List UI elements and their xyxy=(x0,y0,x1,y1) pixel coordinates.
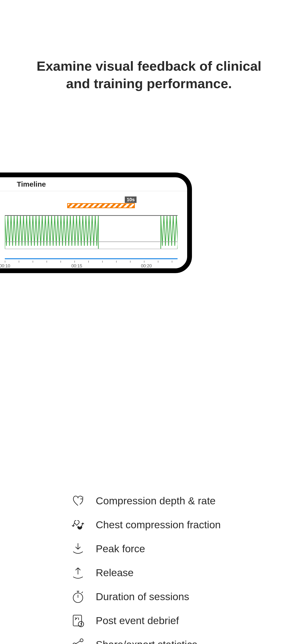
svg-rect-1 xyxy=(73,615,82,626)
tick xyxy=(172,261,172,262)
target-depth-upper-line xyxy=(5,215,178,216)
share-icon xyxy=(71,637,85,644)
tick xyxy=(19,261,19,262)
tick xyxy=(74,261,75,262)
feature-post-event-debrief: Post event debrief xyxy=(71,613,239,628)
baseline xyxy=(5,249,178,249)
session-duration-bar xyxy=(5,258,178,259)
arrow-up-curve-icon xyxy=(71,566,85,580)
waveform-svg xyxy=(5,215,178,250)
arrow-down-curve-icon xyxy=(71,542,85,556)
feature-chest-compression-fraction: Chest compression fraction xyxy=(71,518,239,532)
target-depth-lower-line xyxy=(5,242,178,242)
svg-point-3 xyxy=(73,643,76,644)
timeline-chart: 10s 00:10 00:15 00:20 xyxy=(0,191,187,266)
time-axis: 00:10 00:15 00:20 xyxy=(5,261,178,268)
feature-label: Release xyxy=(96,567,134,578)
pause-duration-badge: 10s xyxy=(125,196,136,203)
feature-list: Compression depth & rate Chest compressi… xyxy=(71,494,239,644)
feature-label: Chest compression fraction xyxy=(96,519,221,531)
stopwatch-icon xyxy=(71,590,85,604)
compression-waveform xyxy=(5,215,178,249)
feature-label: Post event debrief xyxy=(96,615,179,626)
feature-share-export: Share/export statistics xyxy=(71,637,239,644)
report-clock-icon xyxy=(71,613,85,628)
feature-label: Share/export statistics xyxy=(96,639,197,644)
svg-point-4 xyxy=(80,639,83,642)
device-mockup: Timeline 10s 00:10 00:15 00:20 xyxy=(0,172,192,273)
tick xyxy=(144,261,144,262)
app-header: Timeline xyxy=(0,177,187,191)
heart-refresh-icon xyxy=(71,494,85,508)
tick-label: 00:10 xyxy=(0,264,10,268)
heart-cycle-icon xyxy=(71,518,85,532)
timeline-tab-label[interactable]: Timeline xyxy=(17,180,46,188)
tick xyxy=(102,261,103,262)
tick xyxy=(88,261,89,262)
feature-duration: Duration of sessions xyxy=(71,590,239,604)
tick xyxy=(116,261,117,262)
feature-label: Duration of sessions xyxy=(96,591,189,602)
feature-label: Compression depth & rate xyxy=(96,495,216,507)
feature-label: Peak force xyxy=(96,543,145,555)
tick xyxy=(60,261,61,262)
tick xyxy=(5,261,5,262)
feature-release: Release xyxy=(71,566,239,580)
feature-compression-depth-rate: Compression depth & rate xyxy=(71,494,239,508)
tick xyxy=(33,261,33,262)
tick-label: 00:15 xyxy=(71,264,82,268)
tick xyxy=(47,261,47,262)
tick xyxy=(158,261,158,262)
pause-indicator-bar xyxy=(67,203,135,208)
tick xyxy=(130,261,130,262)
tick-label: 00:20 xyxy=(141,264,152,268)
headline: Examine visual feedback of clinical and … xyxy=(0,58,298,92)
feature-peak-force: Peak force xyxy=(71,542,239,556)
